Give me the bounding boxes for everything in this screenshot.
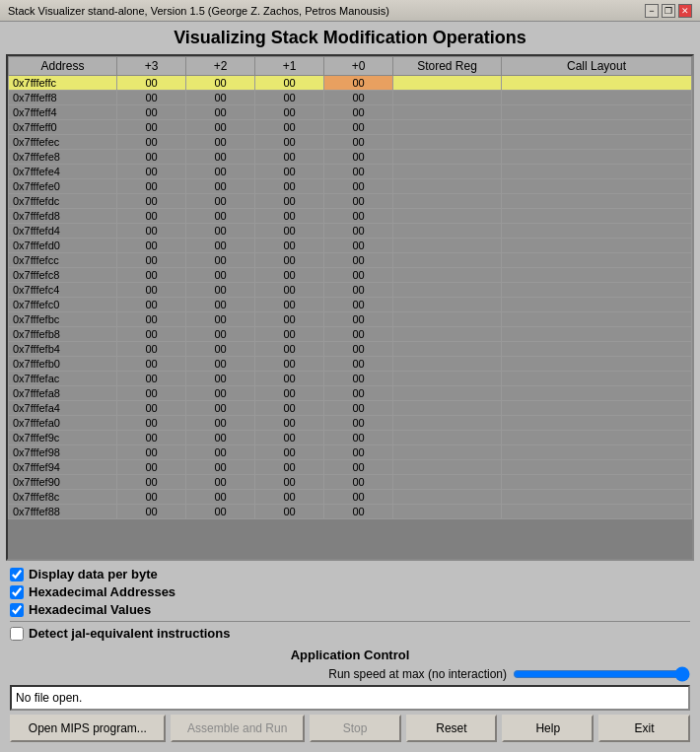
assemble-run-button[interactable]: Assemble and Run <box>171 715 305 742</box>
table-cell: 00 <box>117 445 186 460</box>
table-cell: 00 <box>186 209 255 224</box>
table-cell <box>502 253 692 268</box>
speed-slider[interactable] <box>513 666 690 682</box>
table-cell <box>502 312 692 327</box>
table-cell: 00 <box>117 460 186 475</box>
table-cell: 00 <box>324 312 393 327</box>
table-row: 0x7fffefb000000000 <box>9 357 692 372</box>
table-cell: 0x7fffef88 <box>9 505 117 519</box>
memory-table-container: Address +3 +2 +1 +0 Stored Reg Call Layo… <box>6 54 694 561</box>
table-cell: 00 <box>255 120 324 135</box>
table-cell: 00 <box>324 268 393 283</box>
stop-button[interactable]: Stop <box>310 715 401 742</box>
table-cell: 00 <box>324 460 393 475</box>
table-cell <box>393 253 502 268</box>
table-cell: 0x7fffefa0 <box>9 416 117 431</box>
table-cell <box>502 401 692 416</box>
open-mips-button[interactable]: Open MIPS program... <box>10 715 166 742</box>
table-row: 0x7fffefc800000000 <box>9 268 692 283</box>
table-cell: 00 <box>186 150 255 165</box>
table-cell: 00 <box>255 342 324 357</box>
table-cell <box>502 194 692 209</box>
display-per-byte-checkbox[interactable] <box>10 568 24 581</box>
table-row: 0x7fffefb800000000 <box>9 327 692 342</box>
app-control-title: Application Control <box>10 648 690 662</box>
exit-button[interactable]: Exit <box>598 715 690 742</box>
table-cell: 00 <box>324 357 393 372</box>
hex-values-checkbox[interactable] <box>10 603 24 617</box>
hex-values-row: Hexadecimal Values <box>10 602 690 617</box>
table-cell: 00 <box>186 342 255 357</box>
display-per-byte-label: Display data per byte <box>29 567 158 581</box>
table-cell <box>393 327 502 342</box>
table-cell <box>502 150 692 165</box>
table-cell: 00 <box>186 224 255 239</box>
table-cell: 00 <box>186 386 255 401</box>
table-cell <box>502 135 692 150</box>
table-cell: 00 <box>186 120 255 135</box>
table-cell <box>502 268 692 283</box>
table-cell: 00 <box>324 490 393 505</box>
table-cell: 0x7fffef90 <box>9 475 117 490</box>
table-cell: 00 <box>324 342 393 357</box>
table-cell: 0x7fffefa8 <box>9 386 117 401</box>
col-header-address: Address <box>9 57 117 76</box>
table-cell: 0x7fffeff0 <box>9 120 117 135</box>
speed-label: Run speed at max (no interaction) <box>328 667 507 681</box>
table-cell <box>502 416 692 431</box>
table-row: 0x7fffefbc00000000 <box>9 312 692 327</box>
detect-jal-checkbox[interactable] <box>10 627 24 641</box>
table-cell: 00 <box>255 194 324 209</box>
button-row: Open MIPS program... Assemble and Run St… <box>10 715 690 742</box>
window-title: Visualizing Stack Modification Operation… <box>6 28 694 48</box>
table-cell: 00 <box>255 445 324 460</box>
table-cell: 0x7fffefd8 <box>9 209 117 224</box>
minimize-button[interactable]: − <box>645 4 659 18</box>
table-cell: 00 <box>324 386 393 401</box>
table-cell: 00 <box>186 401 255 416</box>
hex-addresses-label: Hexadecimal Addresses <box>29 584 175 599</box>
table-cell: 00 <box>324 283 393 298</box>
table-row: 0x7fffef9800000000 <box>9 445 692 460</box>
table-cell <box>502 91 692 105</box>
table-cell <box>393 239 502 253</box>
help-button[interactable]: Help <box>502 715 594 742</box>
table-cell: 00 <box>255 416 324 431</box>
table-cell: 00 <box>324 416 393 431</box>
col-header-plus1: +1 <box>255 57 324 76</box>
hex-addresses-row: Hexadecimal Addresses <box>10 584 690 599</box>
table-cell <box>393 105 502 120</box>
table-row: 0x7fffeff000000000 <box>9 120 692 135</box>
table-cell: 0x7fffefc0 <box>9 298 117 312</box>
table-cell <box>393 505 502 519</box>
table-cell: 00 <box>186 268 255 283</box>
table-cell: 00 <box>117 327 186 342</box>
table-cell: 0x7fffefb0 <box>9 357 117 372</box>
table-cell: 0x7fffeff4 <box>9 105 117 120</box>
table-row: 0x7fffef8c00000000 <box>9 490 692 505</box>
table-cell <box>502 431 692 445</box>
table-cell: 0x7fffef8c <box>9 490 117 505</box>
display-per-byte-row: Display data per byte <box>10 567 690 581</box>
hex-addresses-checkbox[interactable] <box>10 585 24 599</box>
table-cell <box>502 120 692 135</box>
file-path-input[interactable] <box>10 685 690 711</box>
table-cell: 00 <box>255 312 324 327</box>
close-button[interactable]: ✕ <box>678 4 692 18</box>
table-cell: 00 <box>255 209 324 224</box>
reset-button[interactable]: Reset <box>406 715 498 742</box>
table-cell: 00 <box>117 342 186 357</box>
table-cell: 00 <box>255 475 324 490</box>
table-scroll-area[interactable]: Address +3 +2 +1 +0 Stored Reg Call Layo… <box>8 56 692 559</box>
table-cell: 00 <box>255 357 324 372</box>
table-cell: 00 <box>186 76 255 91</box>
restore-button[interactable]: ❐ <box>662 4 675 18</box>
table-cell: 0x7fffefe8 <box>9 150 117 165</box>
table-cell: 0x7fffefa4 <box>9 401 117 416</box>
table-cell <box>502 209 692 224</box>
table-cell <box>393 431 502 445</box>
table-cell: 00 <box>324 401 393 416</box>
table-cell: 00 <box>255 150 324 165</box>
table-cell: 00 <box>186 505 255 519</box>
table-cell <box>393 386 502 401</box>
